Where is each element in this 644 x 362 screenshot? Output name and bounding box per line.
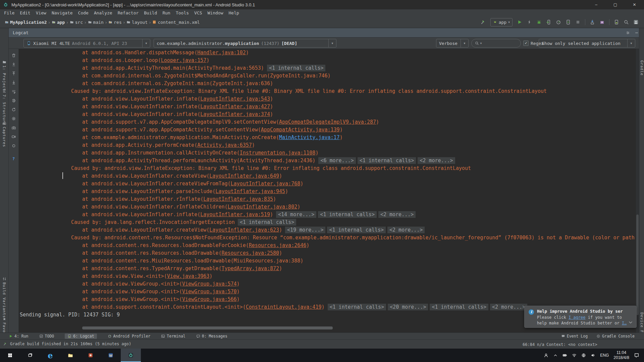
build-button[interactable]	[481, 19, 486, 25]
menu-window[interactable]: Window	[205, 10, 226, 16]
fold-badge[interactable]: <2 more...>	[378, 211, 416, 218]
cpu-profiler-button[interactable]	[546, 19, 551, 25]
fold-badge[interactable]: <1 internal calls>	[430, 304, 488, 310]
taskbar-task-view-button[interactable]	[20, 349, 40, 362]
menu-help[interactable]: Help	[226, 10, 242, 16]
toolwindow-button-0-messages[interactable]: 0: Messages	[196, 334, 227, 339]
menu-run[interactable]: Run	[160, 10, 173, 16]
stop-button[interactable]	[575, 19, 581, 25]
language-indicator[interactable]: ENG	[600, 353, 609, 358]
fold-badge[interactable]: <6 more...>	[318, 157, 356, 164]
sdk-manager-button[interactable]	[599, 19, 605, 25]
process-selector-arrow[interactable]: ▼	[328, 39, 336, 47]
fold-badge[interactable]: <1 internal calls>	[318, 211, 377, 218]
wifi-icon[interactable]	[572, 353, 577, 358]
logcat-settings-icon[interactable]	[626, 31, 630, 35]
i-decline-link[interactable]: I…	[622, 321, 627, 325]
filter-arrow[interactable]: ▼	[627, 39, 635, 47]
menu-code[interactable]: Code	[75, 10, 91, 16]
menu-file[interactable]: File	[1, 10, 17, 16]
stacktrace-link[interactable]: Resources.java:2646	[249, 242, 307, 248]
sidebar-tab-1-project[interactable]: 1: Project	[0, 60, 8, 91]
regex-checkbox[interactable]: ✓	[523, 41, 529, 46]
taskbar-android-studio-button[interactable]	[121, 349, 141, 362]
process-selector[interactable]: com.example.administrator.myapplication …	[154, 39, 336, 48]
toolwindow-button-6-logcat[interactable]: 6: Logcat	[65, 334, 97, 339]
toolwindow-button-android-profiler[interactable]: Android Profiler	[108, 334, 151, 339]
taskbar-word-button[interactable]: W	[101, 349, 121, 362]
stacktrace-link[interactable]: ViewGroup.java:570	[182, 289, 237, 295]
toolwindow-button-gradle-console[interactable]: Gradle Console	[596, 334, 635, 339]
run-button[interactable]	[517, 19, 522, 25]
close-button[interactable]: ✕	[625, 0, 644, 9]
stacktrace-link-local[interactable]: MainActivity.java:17	[279, 134, 340, 140]
stacktrace-link[interactable]: Looper.java:157	[161, 57, 206, 63]
avd-manager-button[interactable]	[614, 19, 619, 25]
stacktrace-link[interactable]: Resources.java:2580	[221, 250, 279, 256]
person-icon[interactable]	[544, 353, 548, 358]
horizontal-scrollbar-thumb[interactable]	[82, 326, 333, 329]
device-selector-arrow[interactable]: ▼	[142, 39, 150, 47]
hide-panel-icon[interactable]	[635, 31, 639, 35]
stacktrace-link[interactable]: LayoutInflater.java:768	[231, 181, 301, 187]
logcat-search[interactable]: ▼	[471, 39, 521, 48]
down-stack-trace-button[interactable]	[11, 78, 16, 87]
stacktrace-link[interactable]: Activity.java:6357	[197, 142, 252, 148]
log-level-selector[interactable]: Verbose ▼	[436, 39, 469, 48]
menu-refactor[interactable]: Refactor	[115, 10, 142, 16]
sidebar-tab-gradle[interactable]: Gradle	[639, 60, 644, 76]
line-separator-indicator[interactable]: n/a	[537, 342, 544, 347]
toolwindow-button-4-run[interactable]: 4: Run	[9, 334, 29, 339]
menu-edit[interactable]: Edit	[17, 10, 33, 16]
menu-analyze[interactable]: Analyze	[91, 10, 115, 16]
chevron-down-icon[interactable]	[628, 320, 633, 325]
menu-navigate[interactable]: Navigate	[49, 10, 75, 16]
fold-badge[interactable]: <2 more...>	[387, 227, 425, 233]
log-level-arrow[interactable]: ▼	[461, 39, 468, 47]
stacktrace-link[interactable]: ConstraintLayout.java:419	[246, 304, 322, 310]
user-avatar-button[interactable]	[633, 19, 639, 25]
toolwindow-button-terminal[interactable]: Terminal	[161, 334, 185, 339]
stacktrace-link[interactable]: LayoutInflater.java:649	[209, 173, 279, 179]
screen-record-button[interactable]	[11, 132, 16, 141]
fold-badge[interactable]: <2 more...>	[490, 304, 527, 310]
soft-wrap-button[interactable]	[11, 87, 16, 96]
record-button[interactable]	[11, 141, 16, 150]
help-button[interactable]: ?	[12, 154, 15, 163]
action-center-icon[interactable]	[634, 353, 639, 358]
breadcrumb-item-myapplication2[interactable]: MyApplication2	[5, 20, 47, 25]
stacktrace-link[interactable]: LayoutInflater.java:835	[203, 196, 273, 202]
fold-badge[interactable]: <1 internal calls>	[328, 304, 386, 310]
device-selector[interactable]: Xiaomi MI 4LTE Android 6.0.1, API 23 ▼	[23, 39, 150, 48]
sidebar-tab-captures[interactable]: Captures	[0, 121, 8, 147]
stacktrace-link[interactable]: LayoutInflater.java:374	[200, 111, 270, 117]
search-input[interactable]	[483, 41, 515, 46]
up-stack-trace-button[interactable]	[11, 69, 16, 78]
fold-badge[interactable]: <20 more...>	[388, 304, 428, 310]
screen-capture-button[interactable]	[11, 123, 16, 132]
stacktrace-link[interactable]: Handler.java:102	[197, 50, 246, 56]
apply-changes-button[interactable]	[527, 19, 532, 25]
context-indicator[interactable]: Context: <no context>	[546, 342, 597, 347]
taskbar-edge-button[interactable]: e	[40, 349, 60, 362]
logcat-filter-selector[interactable]: Show only selected application ▼	[539, 39, 635, 48]
breadcrumb-item-src[interactable]: src	[70, 20, 83, 25]
menu-vcs[interactable]: VCS	[192, 10, 205, 16]
taskbar-app-red-button[interactable]	[80, 349, 101, 362]
breadcrumb-item-content-main-xml[interactable]: content_main.xml	[152, 20, 200, 25]
minimize-button[interactable]: –	[587, 0, 606, 9]
fold-badge[interactable]: <2 more...>	[418, 157, 455, 164]
stacktrace-link[interactable]: AppCompatActivity.java:139	[261, 127, 340, 133]
globe-icon[interactable]	[581, 353, 586, 358]
i-agree-link[interactable]: I agree	[569, 315, 586, 320]
fold-badge[interactable]: <14 more...>	[276, 211, 316, 218]
fold-badge[interactable]: <1 internal calls>	[267, 65, 326, 71]
sidebar-tab-build-variants[interactable]: Build Variants	[0, 277, 8, 318]
breadcrumb-item-res[interactable]: res	[108, 20, 121, 25]
stacktrace-link[interactable]: View.java:3963	[167, 273, 209, 279]
scroll-to-end-button[interactable]	[11, 60, 16, 69]
stacktrace-link[interactable]: LayoutInflater.java:519	[200, 212, 270, 218]
speaker-icon[interactable]	[591, 353, 595, 358]
sidebar-tab-7-structure[interactable]: 7: Structure	[0, 89, 8, 125]
stacktrace-link[interactable]: LayoutInflater.java:543	[200, 96, 270, 102]
